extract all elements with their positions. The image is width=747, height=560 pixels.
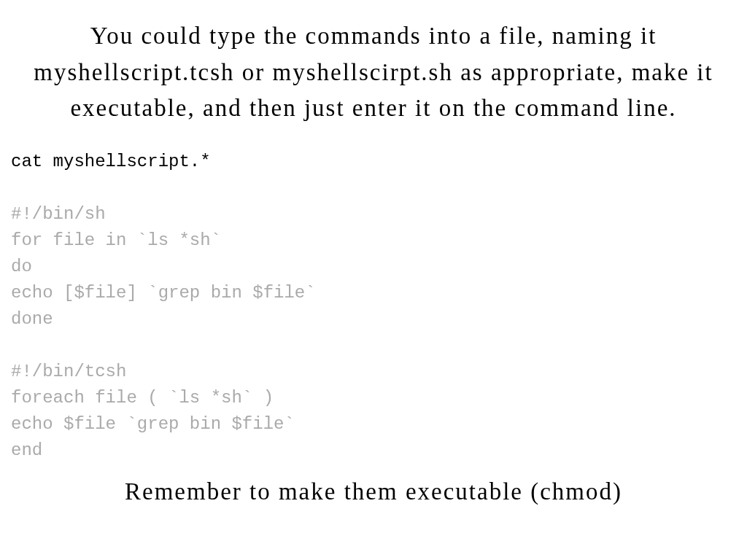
sh-line-0: #!/bin/sh [11, 204, 106, 224]
tcsh-line-2: echo $file `grep bin $file` [11, 414, 295, 434]
tcsh-line-1: foreach file ( `ls *sh` ) [11, 388, 274, 408]
footer-note: Remember to make them executable (chmod) [11, 478, 736, 505]
sh-line-4: done [11, 309, 53, 329]
tcsh-line-0: #!/bin/tcsh [11, 362, 126, 381]
code-block: cat myshellscript.* #!/bin/sh for file i… [11, 149, 736, 464]
shell-command: cat myshellscript.* [11, 152, 211, 171]
sh-line-2: do [11, 257, 32, 276]
tcsh-line-3: end [11, 440, 42, 460]
intro-paragraph: You could type the commands into a file,… [11, 18, 736, 127]
sh-line-3: echo [$file] `grep bin $file` [11, 283, 316, 303]
sh-line-1: for file in `ls *sh` [11, 230, 221, 250]
